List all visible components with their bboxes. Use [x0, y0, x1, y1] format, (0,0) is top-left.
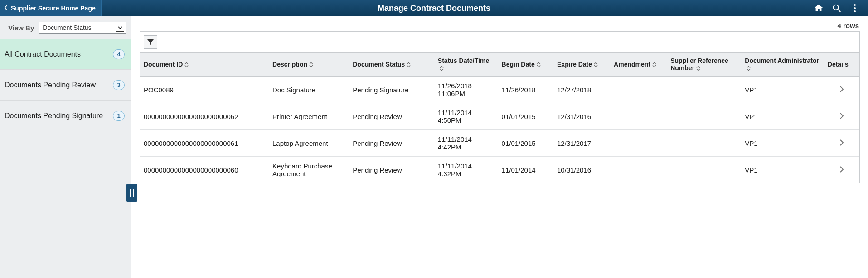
header-actions — [814, 0, 868, 16]
cell-amendment — [610, 77, 667, 103]
table-row[interactable]: POC0089Doc SignaturePending Signature11/… — [140, 77, 859, 103]
cell-document-id: 0000000000000000000000062 — [140, 103, 269, 130]
cell-admin: VP1 — [741, 130, 824, 157]
sort-icon — [747, 66, 751, 71]
chevron-down-icon — [116, 24, 124, 32]
cell-document-status: Pending Review — [349, 130, 434, 157]
cell-expire-date: 10/31/2016 — [553, 157, 610, 183]
cell-expire-date: 12/27/2018 — [553, 77, 610, 103]
cell-description: Doc Signature — [269, 77, 349, 103]
col-begin-date[interactable]: Begin Date — [498, 53, 553, 77]
sidebar-item[interactable]: Documents Pending Review3 — [0, 70, 131, 101]
sidebar: View By Document Status All Contract Doc… — [0, 16, 131, 278]
chevron-left-icon — [4, 5, 8, 12]
cell-admin: VP1 — [741, 77, 824, 103]
cell-document-id: POC0089 — [140, 77, 269, 103]
col-description[interactable]: Description — [269, 53, 349, 77]
cell-description: Laptop Agreement — [269, 130, 349, 157]
row-details-button[interactable] — [824, 77, 859, 103]
cell-amendment — [610, 157, 667, 183]
cell-document-id: 0000000000000000000000060 — [140, 157, 269, 183]
cell-description: Keyboard Purchase Agreement — [269, 157, 349, 183]
cell-amendment — [610, 103, 667, 130]
sidebar-item[interactable]: Documents Pending Signature1 — [0, 101, 131, 131]
body: View By Document Status All Contract Doc… — [0, 16, 868, 278]
cell-document-status: Pending Review — [349, 103, 434, 130]
col-expire-date[interactable]: Expire Date — [553, 53, 610, 77]
main-content: 4 rows Document ID Description Documen — [131, 16, 868, 278]
overflow-menu-icon[interactable] — [850, 3, 860, 13]
table-row[interactable]: 0000000000000000000000060Keyboard Purcha… — [140, 157, 859, 183]
col-supplier-ref[interactable]: Supplier Reference Number — [667, 53, 741, 77]
data-grid: Document ID Description Document Status … — [140, 31, 860, 183]
sidebar-item-label: All Contract Documents — [5, 50, 81, 58]
col-status-datetime[interactable]: Status Date/Time — [434, 53, 498, 77]
svg-point-0 — [834, 5, 839, 10]
table-header-row: Document ID Description Document Status … — [140, 53, 859, 77]
row-count-label: 4 rows — [131, 16, 868, 31]
viewby-row: View By Document Status — [0, 16, 131, 39]
cell-admin: VP1 — [741, 157, 824, 183]
cell-amendment — [610, 130, 667, 157]
cell-status-datetime: 11/11/2014 4:42PM — [434, 130, 498, 157]
col-admin[interactable]: Document Administrator — [741, 53, 824, 77]
documents-table: Document ID Description Document Status … — [140, 53, 859, 183]
cell-expire-date: 12/31/2016 — [553, 103, 610, 130]
viewby-value: Document Status — [43, 24, 91, 31]
row-details-button[interactable] — [824, 103, 859, 130]
page-title: Manage Contract Documents — [0, 0, 868, 16]
sort-icon — [696, 66, 700, 71]
count-badge: 4 — [113, 49, 125, 59]
count-badge: 3 — [113, 80, 125, 90]
col-document-status[interactable]: Document Status — [349, 53, 434, 77]
sort-icon — [309, 62, 313, 67]
back-button[interactable]: Supplier Secure Home Page — [0, 0, 102, 16]
table-row[interactable]: 0000000000000000000000061Laptop Agreemen… — [140, 130, 859, 157]
col-details: Details — [824, 53, 859, 77]
sidebar-collapse-handle[interactable] — [126, 184, 137, 202]
home-icon[interactable] — [814, 3, 824, 13]
sort-icon — [407, 62, 411, 67]
filter-button[interactable] — [144, 35, 157, 49]
sidebar-item-label: Documents Pending Review — [5, 81, 96, 89]
sidebar-item[interactable]: All Contract Documents4 — [0, 39, 131, 70]
cell-status-datetime: 11/26/2018 11:06PM — [434, 77, 498, 103]
cell-supplier-ref — [667, 130, 741, 157]
row-details-button[interactable] — [824, 157, 859, 183]
sort-icon — [652, 62, 656, 67]
cell-begin-date: 11/01/2014 — [498, 157, 553, 183]
cell-supplier-ref — [667, 157, 741, 183]
sidebar-item-label: Documents Pending Signature — [5, 112, 103, 120]
cell-document-id: 0000000000000000000000061 — [140, 130, 269, 157]
row-details-button[interactable] — [824, 130, 859, 157]
grid-toolbar — [140, 32, 859, 53]
sort-icon — [594, 62, 598, 67]
sort-icon — [184, 62, 189, 67]
cell-document-status: Pending Signature — [349, 77, 434, 103]
cell-admin: VP1 — [741, 103, 824, 130]
search-icon[interactable] — [832, 3, 842, 13]
cell-supplier-ref — [667, 103, 741, 130]
cell-status-datetime: 11/11/2014 4:50PM — [434, 103, 498, 130]
cell-supplier-ref — [667, 77, 741, 103]
cell-status-datetime: 11/11/2014 4:32PM — [434, 157, 498, 183]
sort-icon — [440, 66, 444, 71]
cell-description: Printer Agreement — [269, 103, 349, 130]
sort-icon — [537, 62, 541, 67]
cell-expire-date: 12/31/2017 — [553, 130, 610, 157]
col-document-id[interactable]: Document ID — [140, 53, 269, 77]
cell-document-status: Pending Review — [349, 157, 434, 183]
back-label: Supplier Secure Home Page — [11, 5, 96, 12]
svg-line-1 — [838, 10, 841, 12]
cell-begin-date: 01/01/2015 — [498, 130, 553, 157]
cell-begin-date: 01/01/2015 — [498, 103, 553, 130]
viewby-select[interactable]: Document Status — [39, 22, 126, 34]
count-badge: 1 — [113, 111, 125, 121]
app-header: Supplier Secure Home Page Manage Contrac… — [0, 0, 868, 16]
table-row[interactable]: 0000000000000000000000062Printer Agreeme… — [140, 103, 859, 130]
viewby-label: View By — [8, 24, 34, 32]
cell-begin-date: 11/26/2018 — [498, 77, 553, 103]
col-amendment[interactable]: Amendment — [610, 53, 667, 77]
